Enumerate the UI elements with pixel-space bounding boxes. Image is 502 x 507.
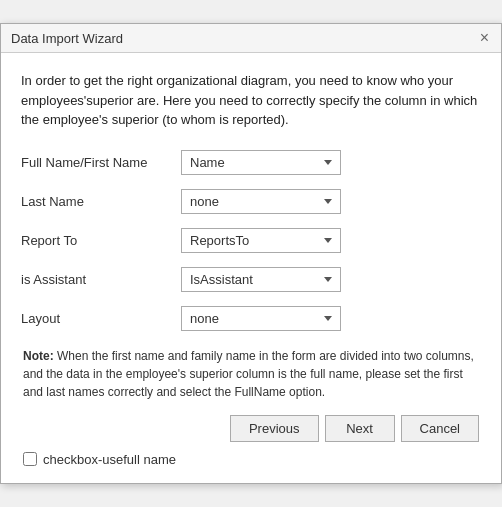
dialog-title: Data Import Wizard [11, 31, 123, 46]
fields-section: Full Name/First Name Name none Last Name… [21, 150, 481, 331]
field-row-layout: Layout none ReportsTo [21, 306, 481, 331]
note-text: When the first name and family name in t… [23, 349, 474, 399]
field-select-reportto[interactable]: ReportsTo none [181, 228, 341, 253]
field-row-fullname: Full Name/First Name Name none [21, 150, 481, 175]
field-row-isassistant: is Assistant IsAssistant none [21, 267, 481, 292]
field-label-layout: Layout [21, 311, 181, 326]
field-label-lastname: Last Name [21, 194, 181, 209]
field-select-layout[interactable]: none ReportsTo [181, 306, 341, 331]
button-row: Previous Next Cancel [21, 415, 481, 442]
checkbox-label: checkbox-usefull name [43, 452, 176, 467]
field-label-reportto: Report To [21, 233, 181, 248]
close-button[interactable]: × [478, 30, 491, 46]
checkbox-row: checkbox-usefull name [21, 452, 481, 467]
note-section: Note: When the first name and family nam… [21, 347, 481, 401]
usefull-name-checkbox[interactable] [23, 452, 37, 466]
field-select-isassistant[interactable]: IsAssistant none [181, 267, 341, 292]
field-select-fullname[interactable]: Name none [181, 150, 341, 175]
title-bar: Data Import Wizard × [1, 24, 501, 53]
description-text: In order to get the right organizational… [21, 71, 481, 130]
field-label-isassistant: is Assistant [21, 272, 181, 287]
field-select-lastname[interactable]: none Name [181, 189, 341, 214]
previous-button[interactable]: Previous [230, 415, 319, 442]
dialog-content: In order to get the right organizational… [1, 53, 501, 483]
cancel-button[interactable]: Cancel [401, 415, 479, 442]
field-row-reportto: Report To ReportsTo none [21, 228, 481, 253]
field-row-lastname: Last Name none Name [21, 189, 481, 214]
field-label-fullname: Full Name/First Name [21, 155, 181, 170]
note-label: Note: [23, 349, 54, 363]
data-import-wizard-dialog: Data Import Wizard × In order to get the… [0, 23, 502, 484]
next-button[interactable]: Next [325, 415, 395, 442]
